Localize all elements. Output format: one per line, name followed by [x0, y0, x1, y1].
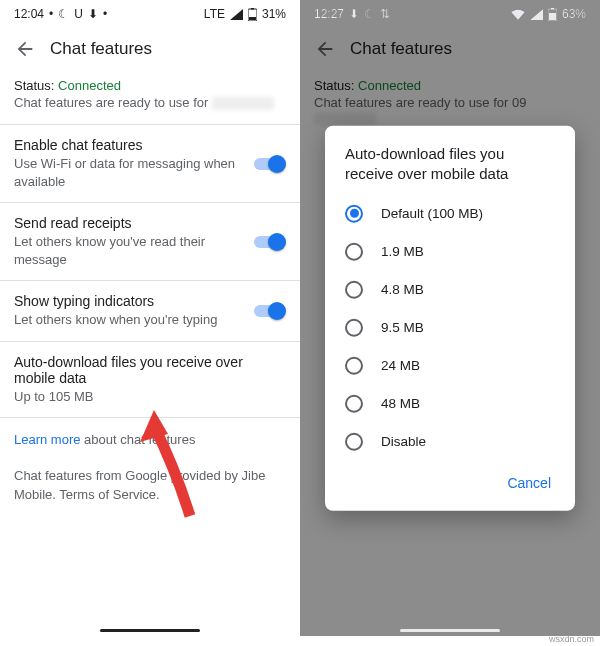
radio-icon[interactable] [345, 394, 363, 412]
learn-more-row: Learn more about chat features [14, 418, 286, 447]
radio-icon[interactable] [345, 204, 363, 222]
dot-icon: • [103, 7, 107, 21]
radio-label: Disable [381, 434, 426, 449]
download-icon: ⬇ [349, 7, 359, 21]
nav-bar[interactable] [300, 629, 600, 632]
status-bar-overlay: 12:27 ⬇ ☾ ⇅ 63% [300, 0, 600, 28]
data-icon: ⇅ [380, 7, 390, 21]
radio-option[interactable]: Disable [325, 422, 575, 460]
nav-bar[interactable] [0, 629, 300, 632]
toggle-read-receipts[interactable] [252, 233, 286, 251]
dialog-title: Auto-download files you receive over mob… [325, 144, 575, 195]
cancel-button[interactable]: Cancel [497, 466, 561, 498]
row-typing-indicators[interactable]: Show typing indicators Let others know w… [14, 281, 286, 341]
redacted-number [212, 97, 274, 110]
status-row: Status: Connected [14, 74, 286, 95]
wifi-icon [511, 9, 525, 20]
radio-option[interactable]: 48 MB [325, 384, 575, 422]
battery-label: 31% [262, 7, 286, 21]
row-enable-chat[interactable]: Enable chat features Use Wi-Fi or data f… [14, 125, 286, 202]
status-bar: 12:04 • ☾ U ⬇ • LTE 31% [0, 0, 300, 28]
radio-icon[interactable] [345, 318, 363, 336]
back-icon[interactable] [14, 38, 36, 60]
setting-title: Send read receipts [14, 215, 236, 231]
setting-title: Enable chat features [14, 137, 236, 153]
svg-rect-2 [249, 17, 256, 20]
phone-right: 12:27 ⬇ ☾ ⇅ 63% Chat features Status [300, 0, 600, 636]
page-title: Chat features [50, 39, 152, 59]
radio-label: Default (100 MB) [381, 206, 483, 221]
status-value: Connected [58, 78, 121, 93]
setting-sub: Let others know when you're typing [14, 311, 236, 329]
status-description: Chat features are ready to use for [14, 95, 286, 110]
radio-option[interactable]: Default (100 MB) [325, 194, 575, 232]
battery-icon [548, 8, 557, 21]
watermark: wsxdn.com [549, 634, 594, 644]
network-label: LTE [204, 7, 225, 21]
battery-label: 63% [562, 7, 586, 21]
radio-icon[interactable] [345, 356, 363, 374]
svg-rect-8 [551, 8, 554, 10]
radio-icon[interactable] [345, 242, 363, 260]
radio-icon[interactable] [345, 432, 363, 450]
toggle-typing-indicators[interactable] [252, 302, 286, 320]
radio-option[interactable]: 1.9 MB [325, 232, 575, 270]
radio-option[interactable]: 24 MB [325, 346, 575, 384]
download-icon: ⬇ [88, 7, 98, 21]
moon-icon: ☾ [364, 7, 375, 21]
setting-title: Auto-download files you receive over mob… [14, 354, 286, 386]
auto-download-dialog: Auto-download files you receive over mob… [325, 126, 575, 511]
row-auto-download[interactable]: Auto-download files you receive over mob… [14, 342, 286, 418]
radio-label: 9.5 MB [381, 320, 424, 335]
battery-icon [248, 8, 257, 21]
radio-option[interactable]: 9.5 MB [325, 308, 575, 346]
signal-icon [530, 9, 543, 20]
radio-icon[interactable] [345, 280, 363, 298]
dnd-icon: • [49, 7, 53, 21]
moon-icon: ☾ [58, 7, 69, 21]
setting-sub: Let others know you've read their messag… [14, 233, 236, 268]
status-time: 12:04 [14, 7, 44, 21]
signal-icon [230, 9, 243, 20]
radio-label: 4.8 MB [381, 282, 424, 297]
setting-sub: Use Wi-Fi or data for messaging when ava… [14, 155, 236, 190]
header: Chat features [0, 28, 300, 74]
footer-text: Chat features from Google provided by Ji… [14, 447, 286, 503]
learn-more-link[interactable]: Learn more [14, 432, 80, 447]
status-label: Status: [14, 78, 54, 93]
carrier-icon: U [74, 7, 83, 21]
status-time: 12:27 [314, 7, 344, 21]
radio-label: 1.9 MB [381, 244, 424, 259]
phone-left: 12:04 • ☾ U ⬇ • LTE 31% Chat features St… [0, 0, 300, 636]
radio-label: 24 MB [381, 358, 420, 373]
svg-rect-9 [549, 13, 556, 20]
svg-rect-1 [251, 8, 254, 10]
radio-label: 48 MB [381, 396, 420, 411]
row-read-receipts[interactable]: Send read receipts Let others know you'v… [14, 203, 286, 280]
setting-sub: Up to 105 MB [14, 388, 286, 406]
toggle-enable-chat[interactable] [252, 155, 286, 173]
radio-option[interactable]: 4.8 MB [325, 270, 575, 308]
setting-title: Show typing indicators [14, 293, 236, 309]
